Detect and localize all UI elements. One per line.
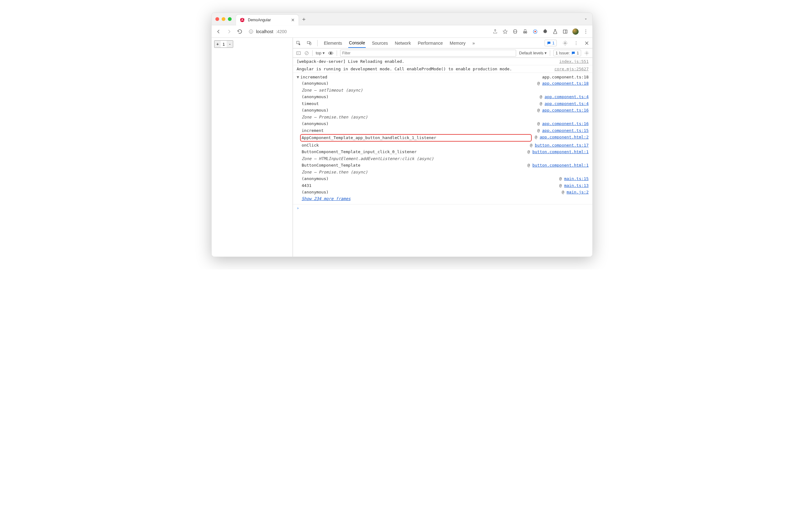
url-bar[interactable]: localhost:4200 xyxy=(247,29,488,34)
source-link[interactable]: core.mjs:25627 xyxy=(554,66,589,71)
source-link[interactable]: app.component.ts:4 xyxy=(544,94,589,99)
trace-at: @ app.component.ts:15 xyxy=(537,128,589,134)
tab-network[interactable]: Network xyxy=(394,39,411,48)
skull-icon[interactable] xyxy=(512,29,518,34)
live-expression-icon[interactable] xyxy=(328,50,333,56)
increment-button[interactable]: + xyxy=(214,41,221,48)
trace-at: @ app.component.ts:16 xyxy=(537,121,589,127)
svg-point-12 xyxy=(586,31,586,32)
issues-badge[interactable]: 1 xyxy=(544,40,557,46)
svg-point-24 xyxy=(330,52,332,54)
tab-elements[interactable]: Elements xyxy=(323,39,343,48)
trace-row: onClick@ button.component.ts:17 xyxy=(293,142,592,149)
svg-point-17 xyxy=(564,42,566,44)
svg-line-23 xyxy=(306,52,308,54)
svg-point-6 xyxy=(525,32,527,33)
close-tab-button[interactable]: ✕ xyxy=(291,18,295,22)
titlebar: DemoAngular ✕ ＋ xyxy=(212,13,592,25)
incognito-icon[interactable] xyxy=(522,29,528,34)
tabs-dropdown-icon[interactable] xyxy=(583,17,588,21)
source-link[interactable]: index.js:551 xyxy=(559,59,589,64)
content-area: + 1 - Elements Console Sources Network P… xyxy=(212,38,592,256)
svg-rect-2 xyxy=(251,31,251,33)
devtools-settings-icon[interactable] xyxy=(562,40,568,46)
devtools-panel: Elements Console Sources Network Perform… xyxy=(293,38,592,256)
tab-sources[interactable]: Sources xyxy=(371,39,388,48)
svg-point-5 xyxy=(523,32,525,33)
svg-point-13 xyxy=(586,33,586,34)
trace-at: @ app.component.ts:4 xyxy=(539,101,589,107)
console-sidebar-toggle-icon[interactable] xyxy=(296,51,301,56)
source-link[interactable]: app.component.html:2 xyxy=(539,135,589,139)
flask-icon[interactable] xyxy=(552,29,558,34)
svg-point-11 xyxy=(586,30,586,30)
traffic-lights xyxy=(215,17,232,21)
counter-widget: + 1 - xyxy=(214,40,233,48)
inspect-icon[interactable] xyxy=(296,41,301,46)
source-link[interactable]: app.component.ts:4 xyxy=(544,101,589,106)
source-link[interactable]: main.ts:15 xyxy=(564,176,589,181)
devtools-kebab-icon[interactable] xyxy=(574,41,579,46)
back-button[interactable] xyxy=(215,28,222,35)
close-window-button[interactable] xyxy=(215,17,219,21)
minimize-window-button[interactable] xyxy=(222,17,225,21)
trace-row: Zone — Promise.then (async) xyxy=(293,169,592,176)
tab-performance[interactable]: Performance xyxy=(417,39,443,48)
trace-function: onClick xyxy=(302,142,527,149)
tab-title: DemoAngular xyxy=(248,18,288,22)
trace-function: (anonymous) xyxy=(302,121,534,127)
source-link[interactable]: main.ts:13 xyxy=(564,183,589,188)
devtools-close-icon[interactable] xyxy=(584,41,589,46)
extension-badge-icon[interactable] xyxy=(532,29,538,34)
device-toggle-icon[interactable] xyxy=(307,41,312,46)
filter-input[interactable] xyxy=(340,50,516,57)
trace-function: Zone — setTimeout (async) xyxy=(302,87,589,93)
source-link[interactable]: app.component.ts:16 xyxy=(542,121,589,126)
source-link[interactable]: app.component.ts:16 xyxy=(542,108,589,113)
tab-console[interactable]: Console xyxy=(348,38,365,48)
source-link[interactable]: button.component.ts:17 xyxy=(535,143,589,148)
console-settings-icon[interactable] xyxy=(584,51,589,56)
maximize-window-button[interactable] xyxy=(228,17,232,21)
context-selector[interactable]: top ▾ xyxy=(316,51,325,55)
issues-pill[interactable]: 1 Issue: 1 xyxy=(553,50,581,56)
svg-point-8 xyxy=(535,31,536,32)
console-prompt[interactable]: › xyxy=(293,205,592,212)
star-icon[interactable] xyxy=(502,29,508,34)
trace-at: @ main.js:2 xyxy=(562,189,589,195)
source-link[interactable]: app.component.ts:18 xyxy=(542,81,589,86)
log-levels-selector[interactable]: Default levels ▾ xyxy=(519,51,547,55)
trace-function: ButtonComponent_Template xyxy=(302,162,524,169)
chat-icon xyxy=(547,41,551,45)
source-link[interactable]: button.component.html:1 xyxy=(532,149,589,154)
panel-icon[interactable] xyxy=(562,29,568,34)
kebab-menu-icon[interactable] xyxy=(583,29,589,34)
show-more-frames[interactable]: Show 234 more frames xyxy=(293,196,592,203)
trace-row: ButtonComponent_Template@ button.compone… xyxy=(293,162,592,169)
tabs-overflow[interactable]: » xyxy=(472,39,476,48)
trace-function: increment xyxy=(302,128,534,134)
forward-button[interactable] xyxy=(226,28,232,35)
clear-console-icon[interactable] xyxy=(304,51,309,56)
browser-window: DemoAngular ✕ ＋ localhost:4200 xyxy=(211,13,593,257)
new-tab-button[interactable]: ＋ xyxy=(301,15,307,23)
trace-row: (anonymous)@ main.js:2 xyxy=(293,189,592,196)
disclosure-triangle-icon[interactable]: ▼ xyxy=(296,75,299,79)
browser-tab[interactable]: DemoAngular ✕ xyxy=(236,15,299,25)
source-link[interactable]: main.js:2 xyxy=(567,190,589,194)
extensions-icon[interactable] xyxy=(542,29,548,34)
trace-header[interactable]: ▼incremented app.component.ts:18 xyxy=(293,74,592,80)
trace-at: @ button.component.html:1 xyxy=(528,162,589,169)
share-icon[interactable] xyxy=(492,29,498,34)
reload-button[interactable] xyxy=(237,28,243,35)
source-link[interactable]: button.component.html:1 xyxy=(532,163,589,168)
console-body: [webpack-dev-server] Live Reloading enab… xyxy=(293,58,592,256)
decrement-button[interactable]: - xyxy=(227,41,233,48)
profile-avatar[interactable] xyxy=(572,28,579,35)
source-link[interactable]: app.component.ts:18 xyxy=(542,75,589,79)
trace-at: @ app.component.ts:16 xyxy=(537,107,589,113)
svg-point-19 xyxy=(576,43,576,43)
tab-memory[interactable]: Memory xyxy=(449,39,466,48)
trace-row: (anonymous)@ app.component.ts:18 xyxy=(293,80,592,87)
source-link[interactable]: app.component.ts:15 xyxy=(542,128,589,133)
